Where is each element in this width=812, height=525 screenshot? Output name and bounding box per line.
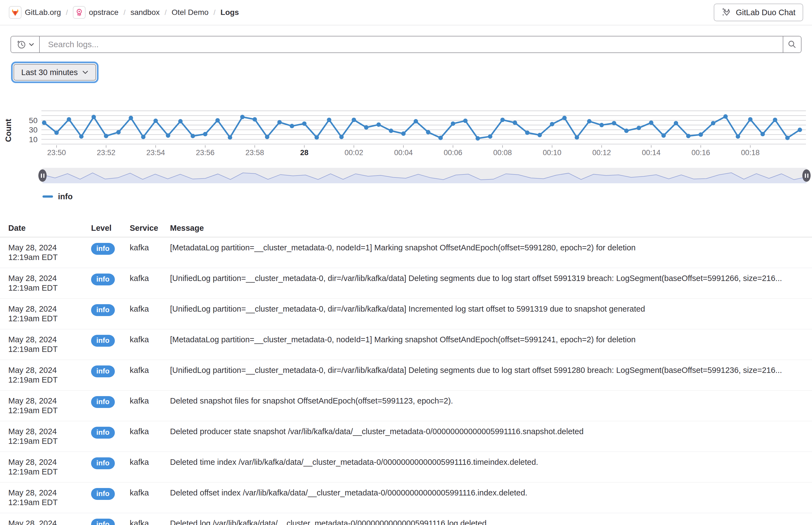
log-service: kafka xyxy=(130,243,170,262)
level-badge: info xyxy=(91,396,115,408)
search-bar xyxy=(11,36,801,53)
breadcrumb-separator: / xyxy=(165,8,167,17)
log-service: kafka xyxy=(130,273,170,293)
log-service: kafka xyxy=(130,488,170,507)
log-table-header: Date Level Service Message xyxy=(0,219,812,237)
brush-handle-right[interactable] xyxy=(802,169,811,182)
history-icon xyxy=(16,40,26,49)
breadcrumb-otel-demo[interactable]: Otel Demo xyxy=(172,8,209,17)
breadcrumb-label: GitLab.org xyxy=(25,8,61,17)
level-badge: info xyxy=(91,243,115,255)
log-message: [MetadataLog partition=__cluster_metadat… xyxy=(170,243,804,262)
level-badge: info xyxy=(91,304,115,316)
gitlab-logo-icon xyxy=(9,6,21,19)
chart-legend[interactable]: info xyxy=(43,191,73,202)
level-badge: info xyxy=(91,457,115,469)
search-history-dropdown[interactable] xyxy=(11,36,40,52)
brush-handle-left[interactable] xyxy=(39,169,47,182)
breadcrumb-label: sandbox xyxy=(131,8,160,17)
search-icon xyxy=(787,40,797,49)
duo-tanuki-icon xyxy=(721,7,732,18)
chart-brush[interactable] xyxy=(43,168,807,183)
svg-text:00:18: 00:18 xyxy=(741,149,760,157)
log-service: kafka xyxy=(130,457,170,477)
log-message: Deleted offset index /var/lib/kafka/data… xyxy=(170,488,804,507)
breadcrumb-sandbox[interactable]: sandbox xyxy=(131,8,160,17)
log-service: kafka xyxy=(130,519,170,525)
breadcrumb-label: Otel Demo xyxy=(172,8,209,17)
svg-text:00:12: 00:12 xyxy=(592,149,611,157)
table-row[interactable]: May 28, 202412:19am EDTinfokafkaDeleted … xyxy=(0,452,812,482)
opstrace-avatar-icon xyxy=(73,6,86,19)
table-row[interactable]: May 28, 202412:19am EDTinfokafkaDeleted … xyxy=(0,513,812,525)
table-row[interactable]: May 28, 202412:19am EDTinfokafka[Unified… xyxy=(0,268,812,299)
svg-text:00:10: 00:10 xyxy=(543,149,562,157)
table-row[interactable]: May 28, 202412:19am EDTinfokafka[Metadat… xyxy=(0,237,812,268)
level-badge: info xyxy=(91,273,115,285)
breadcrumb-separator: / xyxy=(214,8,215,17)
log-volume-chart-svg[interactable]: 10305023:5023:5223:5423:5623:582800:0200… xyxy=(24,109,806,159)
legend-swatch-info xyxy=(43,195,53,198)
svg-text:23:58: 23:58 xyxy=(245,149,264,157)
time-range-dropdown[interactable]: Last 30 minutes xyxy=(14,64,96,80)
log-message: Deleted producer state snapshot /var/lib… xyxy=(170,427,804,446)
top-bar: GitLab.org / opstrace / sandbox / Otel D… xyxy=(0,0,812,25)
log-table-body: May 28, 202412:19am EDTinfokafka[Metadat… xyxy=(0,237,812,525)
log-level: info xyxy=(91,365,130,385)
breadcrumb-label: opstrace xyxy=(89,8,118,17)
log-service: kafka xyxy=(130,365,170,385)
log-level: info xyxy=(91,304,130,324)
log-service: kafka xyxy=(130,427,170,446)
breadcrumb-opstrace[interactable]: opstrace xyxy=(73,6,118,19)
gitlab-duo-chat-button[interactable]: GitLab Duo Chat xyxy=(714,4,803,21)
chevron-down-icon xyxy=(82,70,88,74)
breadcrumb-gitlab-org[interactable]: GitLab.org xyxy=(9,6,61,19)
svg-text:50: 50 xyxy=(29,116,37,125)
log-level: info xyxy=(91,243,130,262)
search-submit-button[interactable] xyxy=(783,36,801,52)
legend-label-info: info xyxy=(58,192,73,201)
svg-text:23:50: 23:50 xyxy=(47,149,66,157)
svg-text:28: 28 xyxy=(300,149,309,157)
table-row[interactable]: May 28, 202412:19am EDTinfokafka[Unified… xyxy=(0,360,812,391)
svg-text:00:04: 00:04 xyxy=(394,149,413,157)
log-level: info xyxy=(91,457,130,477)
y-axis-title: Count xyxy=(4,111,13,150)
log-date: May 28, 202412:19am EDT xyxy=(8,304,91,324)
table-row[interactable]: May 28, 202412:19am EDTinfokafkaDeleted … xyxy=(0,482,812,513)
svg-text:23:52: 23:52 xyxy=(97,149,116,157)
svg-text:23:54: 23:54 xyxy=(146,149,165,157)
table-row[interactable]: May 28, 202412:19am EDTinfokafka[Metadat… xyxy=(0,329,812,360)
column-header-date: Date xyxy=(8,224,91,233)
log-message: [MetadataLog partition=__cluster_metadat… xyxy=(170,335,804,354)
log-date: May 28, 202412:19am EDT xyxy=(8,243,91,262)
log-date: May 28, 202412:19am EDT xyxy=(8,488,91,507)
log-message: Deleted snapshot files for snapshot Offs… xyxy=(170,396,804,416)
breadcrumb-label: Logs xyxy=(221,8,239,17)
level-badge: info xyxy=(91,427,115,439)
breadcrumb-logs-current: Logs xyxy=(221,8,239,17)
log-message: Deleted time index /var/lib/kafka/data/_… xyxy=(170,457,804,477)
log-date: May 28, 202412:19am EDT xyxy=(8,519,91,525)
breadcrumb-separator: / xyxy=(66,8,68,17)
log-table: Date Level Service Message May 28, 20241… xyxy=(0,212,812,525)
svg-text:00:14: 00:14 xyxy=(642,149,661,157)
svg-text:30: 30 xyxy=(29,125,37,134)
svg-text:00:02: 00:02 xyxy=(344,149,363,157)
svg-text:00:06: 00:06 xyxy=(443,149,462,157)
breadcrumb: GitLab.org / opstrace / sandbox / Otel D… xyxy=(9,6,239,19)
level-badge: info xyxy=(91,335,115,347)
log-volume-chart[interactable]: Count 10305023:5023:5223:5423:5623:58280… xyxy=(0,85,812,212)
chart-brush-minimap xyxy=(43,168,807,183)
table-row[interactable]: May 28, 202412:19am EDTinfokafka[Unified… xyxy=(0,299,812,329)
log-level: info xyxy=(91,488,130,507)
log-service: kafka xyxy=(130,335,170,354)
log-level: info xyxy=(91,427,130,446)
table-row[interactable]: May 28, 202412:19am EDTinfokafkaDeleted … xyxy=(0,391,812,421)
log-message: [UnifiedLog partition=__cluster_metadata… xyxy=(170,273,804,293)
table-row[interactable]: May 28, 202412:19am EDTinfokafkaDeleted … xyxy=(0,421,812,452)
log-date: May 28, 202412:19am EDT xyxy=(8,365,91,385)
log-date: May 28, 202412:19am EDT xyxy=(8,457,91,477)
level-badge: info xyxy=(91,365,115,377)
search-input[interactable] xyxy=(40,36,783,52)
